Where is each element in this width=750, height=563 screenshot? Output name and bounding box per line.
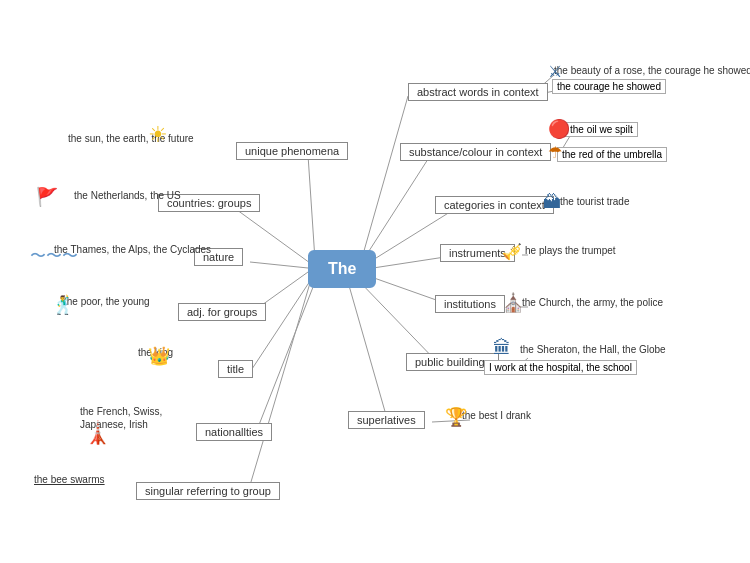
ex-best: the best I drank — [462, 410, 531, 421]
node-categories: categories in context — [435, 196, 554, 214]
categories-icon: 🏔 — [543, 192, 561, 213]
ex-tourist: the tourist trade — [560, 196, 629, 207]
ex-church: the Church, the army, the police — [522, 297, 663, 308]
ex-hospital-box: I work at the hospital, the school — [484, 360, 637, 375]
node-title: title — [218, 360, 253, 378]
center-node: The — [308, 250, 376, 288]
public-buildings-icon: 🏛 — [493, 338, 511, 359]
ex-trumpet: he plays the trumpet — [525, 245, 616, 256]
ex-red-box: the red of the umbrella — [557, 147, 667, 162]
umbrella-icon: ☂ — [548, 143, 562, 162]
node-singular: singular referring to group — [136, 482, 280, 500]
ex-beauty: the beauty of a rose, the courage he sho… — [554, 65, 750, 76]
oil-icon: 🔴 — [548, 118, 570, 140]
svg-line-9 — [250, 278, 312, 372]
ex-courage-box: the courage he showed — [552, 79, 666, 94]
svg-line-5 — [356, 278, 440, 365]
ex-sun: the sun, the earth, the future — [68, 133, 194, 144]
svg-line-11 — [250, 262, 308, 268]
svg-line-6 — [348, 282, 388, 422]
countries-icon: 🚩 — [36, 186, 58, 208]
node-adjgroups: adj. for groups — [178, 303, 266, 321]
ex-bee: the bee swarms — [34, 474, 105, 485]
title-icon: 👑 — [148, 345, 170, 367]
node-institutions: institutions — [435, 295, 505, 313]
abstract-icon: ⚔ — [548, 62, 562, 81]
sun-icon: ☀ — [148, 122, 168, 148]
ex-oil-box: the oil we spilt — [565, 122, 638, 137]
svg-line-12 — [233, 207, 310, 263]
node-substance: substance/colour in context — [400, 143, 551, 161]
superlatives-icon: 🏆 — [445, 406, 467, 428]
instruments-icon: 🎺 — [502, 242, 522, 261]
ex-sheraton: the Sheraton, the Hall, the Globe — [520, 344, 666, 355]
svg-line-1 — [360, 156, 430, 265]
svg-line-13 — [308, 155, 315, 260]
node-nationalities: nationallties — [196, 423, 272, 441]
svg-line-0 — [360, 96, 408, 265]
ex-netherlands: the Netherlands, the US — [74, 190, 181, 201]
node-abstract: abstract words in context — [408, 83, 548, 101]
nationalities-icon: 🗼 — [84, 420, 111, 446]
adjgroups-icon: 🕺 — [52, 294, 74, 316]
node-superlatives: superlatives — [348, 411, 425, 429]
institutions-icon: ⛪ — [502, 292, 524, 314]
waves-icon: 〜〜〜 — [30, 246, 78, 267]
node-unique: unique phenomena — [236, 142, 348, 160]
ex-poor: the poor, the young — [64, 296, 150, 307]
